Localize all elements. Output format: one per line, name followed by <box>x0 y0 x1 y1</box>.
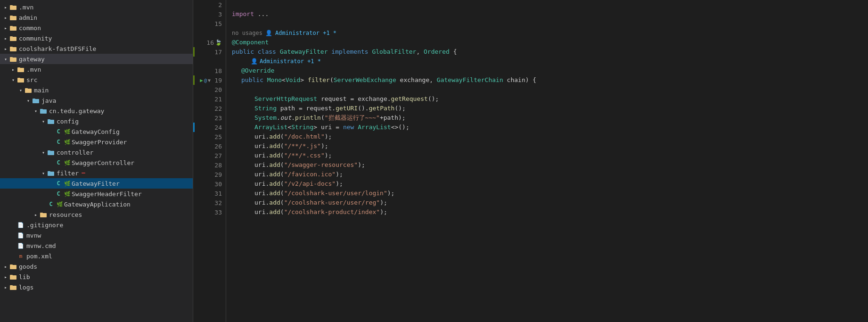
svg-rect-7 <box>10 37 16 41</box>
folder-icon-main <box>25 86 32 94</box>
line-number-19: 19 <box>211 77 222 84</box>
svg-rect-25 <box>48 151 54 155</box>
spring-icon-swaggerprovider: 🌿 <box>64 139 71 145</box>
tree-label-mvn: .mvn <box>19 4 33 11</box>
tree-item-gatewayconfig[interactable]: C 🌿 GatewayConfig <box>0 126 193 137</box>
tree-item-pomxml[interactable]: m pom.xml <box>0 251 193 261</box>
tree-item-goods[interactable]: goods <box>0 261 193 272</box>
tree-item-gateway[interactable]: gateway <box>0 54 193 64</box>
arrow-goods <box>2 263 9 270</box>
file-tree[interactable]: .mvn admin common community coolshark-fa… <box>0 0 193 322</box>
arrow-admin <box>2 14 9 21</box>
tree-item-swaggerprovider[interactable]: C 🌿 SwaggerProvider <box>0 137 193 147</box>
arrow-resources <box>32 211 40 218</box>
gutter-line-31: 31 <box>193 189 226 198</box>
arrow-src <box>9 76 17 83</box>
tree-label-common: common <box>19 25 41 32</box>
code-line-15 <box>232 19 868 28</box>
tree-item-coolshark[interactable]: coolshark-fastDFSFile <box>0 43 193 54</box>
svg-rect-5 <box>10 26 16 31</box>
tree-item-mvnw[interactable]: 📄 mvnw <box>0 230 193 240</box>
arrow-config <box>40 117 47 125</box>
folder-icon-admin <box>9 14 17 21</box>
folder-icon-mvn-child <box>17 66 25 73</box>
gutter-line-26: 26 <box>193 141 226 151</box>
class-icon-gatewayfilter: C <box>55 180 62 187</box>
change-bar-17 <box>193 47 195 57</box>
tree-item-swaggercontroller[interactable]: C 🌿 SwaggerController <box>0 157 193 168</box>
tree-item-src[interactable]: src <box>0 74 193 85</box>
tree-label-controller: controller <box>57 149 93 156</box>
tree-item-package[interactable]: cn.tedu.gateway <box>0 106 193 116</box>
tree-item-gitignore[interactable]: 📄 .gitignore <box>0 220 193 230</box>
debug-icon-19[interactable]: @ <box>204 78 207 83</box>
tree-label-gatewayapp: GatewayApplication <box>64 201 131 208</box>
folder-icon-gateway <box>9 55 17 63</box>
tree-item-gatewayfilter[interactable]: C 🌿 GatewayFilter <box>0 178 193 189</box>
gutter-line-29: 29 <box>193 170 226 179</box>
arrow-java <box>25 97 32 104</box>
class-icon-swaggerheaderfilter: C <box>55 190 62 198</box>
tree-item-community[interactable]: community <box>0 33 193 43</box>
code-line-33: uri. add ( "/coolshark-product/index" ); <box>232 207 868 217</box>
tree-item-admin[interactable]: admin <box>0 12 193 23</box>
code-editor: 2 3 15 16 🍃 17 <box>193 0 868 322</box>
run-icon-19[interactable]: ▶ <box>200 77 203 83</box>
tree-label-main: main <box>34 87 49 94</box>
gutter-line-30: 30 <box>193 179 226 189</box>
tree-label-goods: goods <box>19 263 37 270</box>
file-icon-mvnw: 📄 <box>17 231 25 239</box>
tree-item-filter[interactable]: filter <box>0 168 193 178</box>
tree-item-mvnwcmd[interactable]: 📄 mvnw.cmd <box>0 240 193 251</box>
gutter-line-2: 2 <box>193 0 226 9</box>
tree-item-lib[interactable]: lib <box>0 272 193 282</box>
gutter-line-28: 28 <box>193 160 226 170</box>
svg-rect-11 <box>10 58 16 62</box>
folder-icon-resources <box>40 211 47 218</box>
spring-icon-gatewayfilter: 🌿 <box>64 181 71 187</box>
svg-rect-15 <box>17 78 24 83</box>
tree-label-admin: admin <box>19 14 37 21</box>
code-line-31: uri. add ( "/coolshark-user/user/login" … <box>232 189 868 198</box>
line-number-15: 15 <box>211 20 222 27</box>
gutter-line-3: 3 <box>193 9 226 19</box>
tree-item-logs[interactable]: logs <box>0 282 193 292</box>
tree-label-package: cn.tedu.gateway <box>49 107 104 115</box>
arrow-coolshark <box>2 45 9 52</box>
arrow-community <box>2 34 9 42</box>
class-icon-gatewayconfig: C <box>55 128 62 135</box>
arrow-lib <box>2 273 9 281</box>
tree-item-controller[interactable]: controller <box>0 147 193 157</box>
code-line-2 <box>232 0 868 9</box>
leaf-icon-16: 🍃 <box>215 39 222 46</box>
folder-icon-controller <box>47 149 55 156</box>
tree-item-common[interactable]: common <box>0 23 193 33</box>
tree-item-main[interactable]: main <box>0 85 193 95</box>
tree-item-mvn[interactable]: .mvn <box>0 2 193 12</box>
code-line-21: ServerHttpRequest request = exchange. ge… <box>232 94 868 104</box>
change-bar-19 <box>193 75 195 85</box>
tree-item-java[interactable]: java <box>0 95 193 106</box>
gutter-ann1 <box>193 28 226 38</box>
folder-icon-package <box>40 107 47 115</box>
tree-label-gatewayconfig: GatewayConfig <box>72 128 120 135</box>
folder-icon-src <box>17 76 25 83</box>
folder-icon-coolshark <box>9 45 17 52</box>
line-number-17: 17 <box>211 49 222 56</box>
tree-label-swaggerheaderfilter: SwaggerHeaderFilter <box>72 190 142 198</box>
tree-item-config[interactable]: config <box>0 116 193 126</box>
annotation-line-1: no usages 👤 Administrator +1 * <box>232 28 868 38</box>
arrow-common <box>2 24 9 32</box>
spring-icon-swaggerheaderfilter: 🌿 <box>64 191 71 197</box>
tree-item-resources[interactable]: resources <box>0 209 193 220</box>
spring-icon-swaggercontroller: 🌿 <box>64 160 71 166</box>
tree-item-mvn-child[interactable]: .mvn <box>0 64 193 74</box>
tree-label-mvn-child: .mvn <box>26 66 41 73</box>
spring-icon-gatewayconfig: 🌿 <box>64 129 71 135</box>
code-line-26: uri. add ( "/**/*.js" ); <box>232 141 868 151</box>
tree-item-gatewayapp[interactable]: C 🌿 GatewayApplication <box>0 199 193 209</box>
svg-rect-31 <box>10 265 16 269</box>
gutter-line-15: 15 <box>193 19 226 28</box>
tree-item-swaggerheaderfilter[interactable]: C 🌿 SwaggerHeaderFilter <box>0 189 193 199</box>
line-number-3: 3 <box>211 11 222 18</box>
